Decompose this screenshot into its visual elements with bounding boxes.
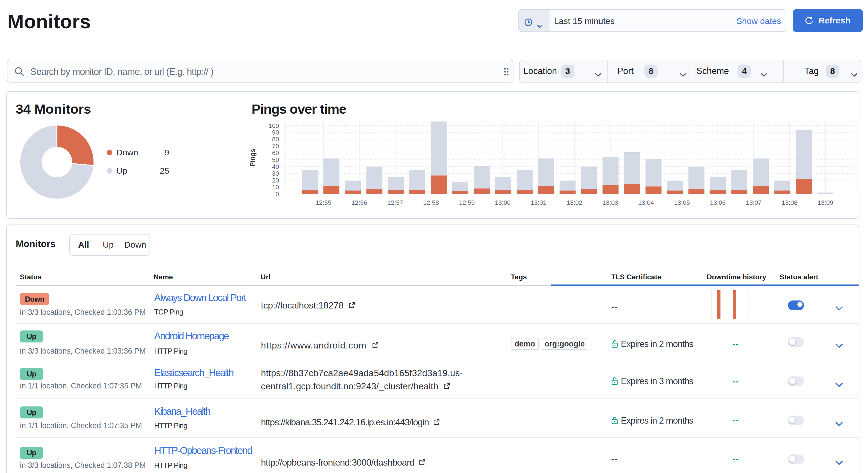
svg-text:13:08: 13:08	[782, 199, 797, 206]
svg-text:13:07: 13:07	[746, 199, 762, 206]
svg-text:12:55: 12:55	[316, 199, 331, 206]
svg-text:13:01: 13:01	[531, 199, 546, 206]
svg-text:12:57: 12:57	[388, 199, 403, 206]
svg-text:10: 10	[272, 184, 279, 191]
svg-text:13:06: 13:06	[710, 199, 725, 206]
svg-text:Pings: Pings	[249, 149, 256, 167]
svg-text:13:05: 13:05	[674, 199, 690, 206]
svg-text:70: 70	[272, 142, 279, 150]
svg-text:20: 20	[272, 177, 279, 184]
svg-text:30: 30	[272, 170, 279, 177]
svg-text:13:04: 13:04	[638, 199, 654, 206]
svg-text:100: 100	[269, 122, 279, 129]
svg-text:13:09: 13:09	[817, 199, 833, 206]
svg-text:13:03: 13:03	[602, 199, 618, 206]
svg-text:13:00: 13:00	[495, 199, 510, 206]
svg-text:0: 0	[276, 191, 279, 198]
svg-text:60: 60	[272, 149, 279, 157]
svg-text:12:56: 12:56	[351, 199, 367, 206]
svg-text:50: 50	[272, 156, 279, 163]
svg-text:12:58: 12:58	[423, 199, 439, 206]
svg-text:40: 40	[272, 163, 279, 170]
svg-text:12:59: 12:59	[459, 199, 474, 206]
svg-text:80: 80	[272, 136, 279, 143]
svg-text:90: 90	[272, 129, 279, 136]
svg-text:13:02: 13:02	[567, 199, 582, 206]
